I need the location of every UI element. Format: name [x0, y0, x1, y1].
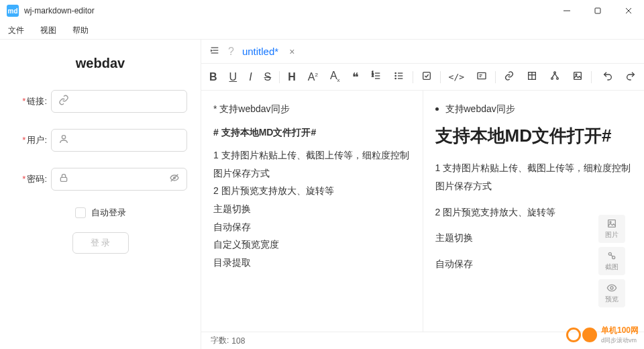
pass-label: *密码:	[13, 173, 51, 185]
auto-login-checkbox[interactable]	[75, 207, 86, 218]
svg-point-37	[610, 221, 611, 223]
eye-off-icon[interactable]	[169, 172, 180, 186]
user-icon	[58, 134, 69, 147]
svg-rect-23	[478, 72, 486, 79]
svg-rect-5	[60, 177, 66, 181]
superscript-button[interactable]: A2	[308, 71, 318, 83]
code-button[interactable]: </>	[449, 72, 464, 82]
lock-icon	[58, 172, 69, 186]
strike-button[interactable]: S	[264, 71, 272, 83]
menu-help[interactable]: 帮助	[67, 23, 94, 38]
svg-line-32	[552, 73, 555, 77]
svg-point-41	[610, 287, 613, 289]
link-input[interactable]	[51, 90, 187, 113]
diagram-button[interactable]	[549, 70, 560, 84]
ordered-list-button[interactable]: 12	[371, 70, 382, 84]
underline-button[interactable]: U	[229, 71, 237, 83]
menu-view[interactable]: 视图	[35, 23, 62, 38]
format-toolbar: B U I S H A2 Ax ❝ 12 </>	[201, 64, 644, 91]
login-button[interactable]: 登 录	[72, 232, 129, 254]
tab-close-button[interactable]: ×	[289, 46, 294, 57]
italic-button[interactable]: I	[249, 71, 252, 83]
tab-unsaved-icon: ?	[228, 46, 234, 58]
svg-rect-36	[608, 220, 616, 228]
webdav-panel: webdav *链接: *用户: *密码: 自动登录 登 录	[0, 40, 201, 349]
svg-point-35	[576, 74, 577, 75]
sidebar-title: webdav	[13, 56, 187, 71]
close-button[interactable]	[613, 0, 644, 21]
minimize-button[interactable]	[551, 0, 582, 21]
svg-rect-1	[595, 8, 600, 13]
tab-filename[interactable]: untitled*	[242, 46, 278, 57]
unordered-list-button[interactable]	[394, 70, 405, 84]
heading-button[interactable]: H	[288, 71, 296, 83]
pass-input[interactable]	[51, 168, 187, 191]
svg-text:2: 2	[372, 74, 374, 77]
link-icon	[58, 95, 69, 108]
image-button[interactable]	[572, 70, 583, 84]
maximize-button[interactable]	[582, 0, 613, 21]
wordcount-label: 字数:	[211, 335, 229, 346]
outline-icon[interactable]	[209, 45, 220, 58]
svg-line-33	[555, 73, 557, 77]
preview-toggle-button[interactable]: 预览	[598, 279, 625, 307]
svg-line-40	[611, 255, 613, 257]
bold-button[interactable]: B	[209, 71, 217, 83]
undo-button[interactable]	[602, 70, 613, 84]
markdown-source-pane[interactable]: * 支持webdav同步 # 支持本地MD文件打开# 1 支持图片粘贴上传、截图…	[201, 91, 423, 332]
window-title: wj-markdown-editor	[24, 6, 551, 15]
svg-point-20	[395, 75, 396, 76]
screenshot-button[interactable]: 截图	[598, 247, 625, 275]
table-button[interactable]	[527, 70, 537, 84]
link-label: *链接:	[13, 95, 51, 107]
quote-button[interactable]: ❝	[352, 70, 359, 85]
subscript-button[interactable]: Ax	[330, 70, 340, 83]
svg-point-31	[557, 77, 559, 79]
svg-point-19	[395, 72, 396, 73]
link-button[interactable]	[504, 70, 515, 84]
svg-point-30	[551, 77, 553, 79]
user-label: *用户:	[13, 134, 51, 146]
svg-point-29	[554, 72, 556, 74]
codeblock-button[interactable]	[476, 70, 487, 84]
redo-button[interactable]	[625, 70, 636, 84]
user-input[interactable]	[51, 129, 187, 152]
checkbox-button[interactable]	[421, 70, 432, 84]
svg-point-4	[62, 136, 65, 139]
app-icon: md	[7, 5, 19, 17]
svg-rect-34	[574, 72, 582, 79]
svg-point-21	[395, 78, 396, 79]
wordcount-value: 108	[231, 336, 245, 346]
menu-file[interactable]: 文件	[3, 23, 30, 38]
svg-rect-22	[423, 72, 430, 79]
auto-login-label: 自动登录	[91, 207, 126, 219]
insert-image-button[interactable]: 图片	[598, 215, 625, 243]
watermark: 单机100网d同步滚动vm	[566, 325, 639, 345]
